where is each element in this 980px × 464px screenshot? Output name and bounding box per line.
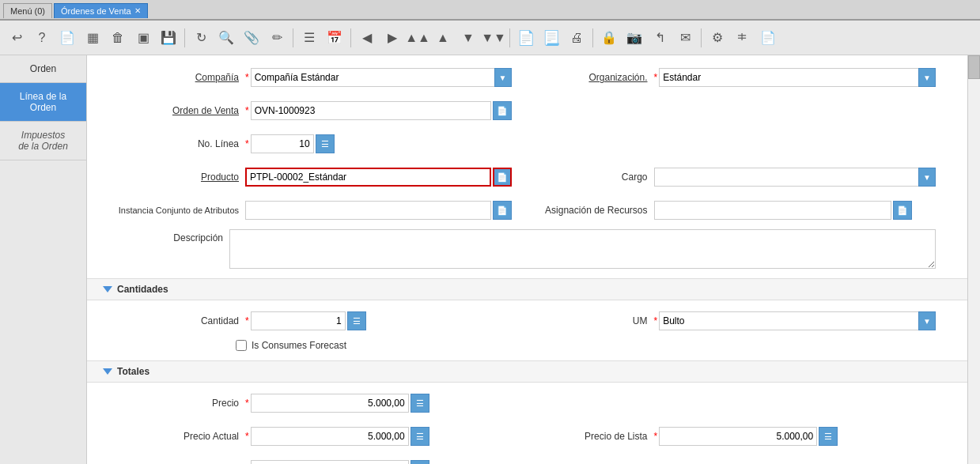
order-row: Orden de Venta * OVN-1000923 📄: [87, 96, 952, 130]
product-zoom-button[interactable]: 📄: [493, 168, 512, 187]
cargo-col: Cargo ▼: [528, 163, 952, 191]
price-action-button[interactable]: ☰: [411, 394, 429, 413]
send1-button[interactable]: ↰: [648, 26, 672, 50]
attach-button[interactable]: 📎: [240, 26, 263, 50]
company-label: Compañía: [103, 72, 245, 83]
settings-button[interactable]: ⚙: [706, 26, 729, 50]
sidebar-item-impuestos[interactable]: Impuestosde la Orden: [0, 122, 86, 160]
product-input[interactable]: [245, 168, 491, 187]
org-select-wrapper: Estándar ▼: [659, 68, 936, 87]
cargo-select[interactable]: [654, 168, 936, 187]
list-price-input[interactable]: [659, 427, 817, 446]
toolbar: ↩ ? 📄 ▦ 🗑 ▣ 💾 ↻ 🔍 📎 ✏ ☰ 📅 ◀ ▶ ▲▲ ▲ ▼ ▼▼ …: [0, 21, 980, 55]
totales-section: Precio * ☰ Precio Actual * ☰: [87, 383, 967, 464]
resource-input[interactable]: [654, 201, 891, 220]
attribute-input[interactable]: [245, 201, 491, 220]
tab-ordenes-venta[interactable]: Órdenes de Venta ✕: [54, 3, 148, 18]
qty-input-wrapper: ☰: [251, 311, 512, 330]
resource-zoom-button[interactable]: 📄: [893, 201, 912, 220]
next-button[interactable]: ▶: [380, 26, 404, 50]
sidebar: Orden Línea de laOrden Impuestosde la Or…: [0, 55, 87, 464]
org-label: Organización.: [528, 72, 654, 83]
current-price-input[interactable]: [251, 427, 409, 446]
totales-triangle: [103, 368, 112, 375]
consumes-forecast-label: Is Consumes Forecast: [252, 340, 346, 351]
delete1-button[interactable]: 🗑: [106, 26, 130, 50]
up-button[interactable]: ▲: [431, 26, 455, 50]
order-zoom-button[interactable]: 📄: [493, 101, 512, 120]
price-label: Precio: [103, 398, 245, 409]
resource-col: Asignación de Recursos 📄: [528, 196, 952, 224]
qty-input[interactable]: [251, 311, 346, 330]
attribute-resource-row: Instancia Conjunto de Atributos 📄 Asigna…: [87, 196, 952, 229]
um-select[interactable]: Bulto: [659, 311, 936, 330]
qty-action-button[interactable]: ☰: [347, 311, 366, 330]
order-input[interactable]: OVN-1000923: [251, 101, 491, 120]
vertical-scrollbar[interactable]: [967, 55, 980, 464]
tab-menu[interactable]: Menú (0): [3, 3, 52, 18]
lineno-row: No. Línea * ☰: [87, 130, 952, 163]
down-button[interactable]: ▼: [456, 26, 480, 50]
order-right-empty: [528, 96, 952, 130]
um-label: UM: [528, 315, 654, 326]
scrollbar-thumb[interactable]: [968, 55, 980, 79]
tab-bar: Menú (0) Órdenes de Venta ✕: [0, 0, 980, 21]
cam-button[interactable]: 📷: [622, 26, 646, 50]
save-button[interactable]: 💾: [157, 26, 180, 50]
current-price-action-button[interactable]: ☰: [411, 427, 429, 446]
price-input[interactable]: [251, 394, 409, 413]
freight-input[interactable]: [251, 460, 409, 464]
qty-col: Cantidad * ☰: [87, 307, 528, 335]
sidebar-item-orden[interactable]: Orden: [0, 55, 86, 83]
lock-button[interactable]: 🔒: [597, 26, 621, 50]
prev-button[interactable]: ◀: [355, 26, 379, 50]
first-button[interactable]: ▲▲: [406, 26, 429, 50]
list-price-required: *: [654, 431, 658, 442]
last-button[interactable]: ▼▼: [482, 26, 505, 50]
um-required: *: [654, 315, 658, 326]
freight-row: Total de Flete * ☰: [87, 455, 952, 464]
product-input-wrapper: 📄: [245, 168, 512, 187]
description-textarea[interactable]: [229, 229, 936, 269]
freight-action-button[interactable]: ☰: [411, 460, 429, 464]
undo-button[interactable]: ↩: [5, 26, 28, 50]
lineno-input-wrapper: ☰: [251, 134, 512, 153]
org-select[interactable]: Estándar: [659, 68, 936, 87]
tab-close-icon[interactable]: ✕: [134, 6, 141, 15]
company-select-wrapper: Compañía Estándar ▼: [251, 68, 512, 87]
notes-button[interactable]: ✏: [265, 26, 289, 50]
main-layout: Orden Línea de laOrden Impuestosde la Or…: [0, 55, 980, 464]
print-button[interactable]: 🖨: [565, 26, 588, 50]
qty-um-row: Cantidad * ☰ UM * Bulto ▼: [87, 307, 952, 340]
um-select-wrapper: Bulto ▼: [659, 311, 936, 330]
list-price-action-button[interactable]: ☰: [819, 427, 838, 446]
grid-button[interactable]: ⧧: [731, 26, 755, 50]
attribute-zoom-button[interactable]: 📄: [493, 201, 512, 220]
find-button[interactable]: 🔍: [214, 26, 238, 50]
list-button[interactable]: ☰: [297, 26, 321, 50]
new-button[interactable]: 📄: [55, 26, 79, 50]
consumes-forecast-row: Is Consumes Forecast: [87, 340, 952, 351]
consumes-forecast-checkbox[interactable]: [236, 340, 247, 351]
list-price-label: Precio de Lista: [528, 431, 654, 442]
calendar-button[interactable]: 📅: [323, 26, 346, 50]
company-col: Compañía * Compañía Estándar ▼: [87, 63, 528, 92]
lineno-required: *: [245, 138, 249, 149]
refresh-button[interactable]: ↻: [189, 26, 213, 50]
current-price-label: Precio Actual: [103, 431, 245, 442]
doc2-button[interactable]: 📃: [539, 26, 563, 50]
delete2-button[interactable]: ▣: [131, 26, 155, 50]
copy-button[interactable]: ▦: [81, 26, 104, 50]
sidebar-item-linea[interactable]: Línea de laOrden: [0, 83, 86, 122]
lineno-input[interactable]: [251, 134, 314, 153]
description-row: Descripción: [87, 229, 952, 269]
help-button[interactable]: ?: [30, 26, 54, 50]
export-button[interactable]: 📄: [756, 26, 780, 50]
product-label: Producto: [103, 172, 245, 183]
cantidades-title: Cantidades: [117, 284, 168, 295]
company-select[interactable]: Compañía Estándar: [251, 68, 512, 87]
send2-button[interactable]: ✉: [673, 26, 697, 50]
doc1-button[interactable]: 📄: [514, 26, 538, 50]
lineno-action-button[interactable]: ☰: [316, 134, 335, 153]
list-price-input-wrapper: ☰: [659, 427, 936, 446]
